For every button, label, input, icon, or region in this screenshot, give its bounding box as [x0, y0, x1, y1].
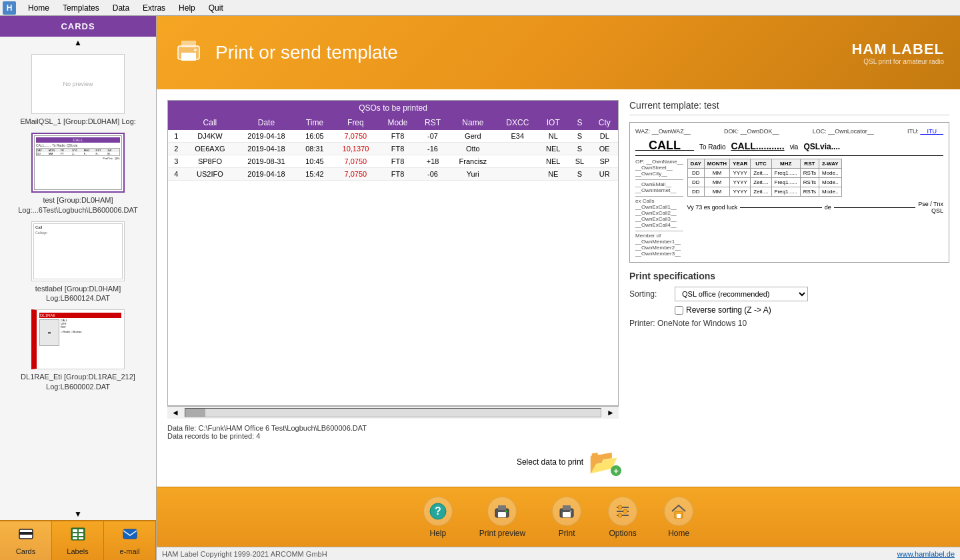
labels-tab-icon	[70, 526, 86, 546]
print-preview-icon	[487, 497, 517, 526]
brand-subtitle: QSL print for amateur radio	[851, 58, 944, 65]
sidebar-title: CARDS	[0, 16, 156, 37]
print-specs: Print specifications Sorting: QSL office…	[629, 271, 949, 328]
svg-rect-7	[73, 537, 77, 539]
tab-labels-label: Labels	[67, 547, 88, 555]
svg-rect-11	[181, 41, 196, 47]
log-row-1: DD MM YYYY Zeit.... Freq1...... RSTs Mod…	[687, 169, 841, 178]
sorting-select[interactable]: QSL office (recommended) Alphabetical By…	[675, 287, 808, 301]
qso-table-wrapper: QSOs to be printed Call Date Time Freq M…	[167, 100, 619, 406]
svg-rect-18	[498, 512, 506, 517]
cards-tab-icon	[18, 526, 34, 546]
footer-link[interactable]: www.hamlabel.de	[897, 550, 955, 558]
svg-point-29	[618, 513, 622, 517]
table-row[interactable]: 1DJ4KW2019-04-1816:05 7,0750FT8-07 GerdE…	[168, 130, 618, 143]
svg-text:?: ?	[435, 505, 441, 517]
reverse-sort-label: Reverse sorting (Z -> A)	[686, 305, 771, 315]
records-label: Data records to be printed: 4	[167, 432, 619, 440]
col-num	[168, 115, 184, 130]
col-mhz: MHZ	[771, 159, 800, 169]
scroll-right-btn[interactable]: ►	[604, 408, 617, 417]
folder-btn-container[interactable]: 📂 +	[589, 448, 619, 476]
qsl-vy73: Vy 73 es good luck	[687, 204, 738, 211]
folder-plus-icon: +	[611, 465, 621, 476]
reverse-sort-checkbox[interactable]	[675, 306, 683, 315]
qso-table: QSOs to be printed Call Date Time Freq M…	[168, 101, 618, 181]
table-row[interactable]: 2OE6AXG2019-04-1808:31 10,1370FT8-16 Ott…	[168, 143, 618, 155]
col-iot: IOT	[538, 115, 568, 130]
qsl-underline-1	[740, 207, 821, 208]
sidebar-scroll-down[interactable]: ▼	[0, 508, 156, 520]
menu-quit[interactable]: Quit	[202, 2, 230, 14]
sidebar-item-label-emailqsl: EMailQSL_1 [Group:DL0HAM] Log:	[5, 117, 151, 126]
sidebar-item-dl1rae[interactable]: DL1RAE 🗺 CALLQTHRST □ Radio □ Bureau DL1…	[5, 309, 151, 391]
sidebar-item-emailqsl[interactable]: No preview EMailQSL_1 [Group:DL0HAM] Log…	[5, 54, 151, 126]
reverse-sort-row: Reverse sorting (Z -> A)	[675, 305, 949, 315]
qsl-log-table: DAY MONTH YEAR UTC MHZ RST 2-WAY	[687, 159, 842, 197]
header-title: Print or send template	[215, 42, 398, 63]
scroll-thumb[interactable]	[185, 409, 205, 417]
col-dxcc: DXCC	[497, 115, 538, 130]
qsl-footer: Vy 73 es good luck de Pse / Tnx QSL	[687, 201, 943, 214]
sidebar-scroll-up[interactable]: ▲	[0, 37, 156, 49]
qsl-call: __CALL__	[635, 139, 694, 153]
sidebar-bottom-tabs: Cards Labels	[0, 520, 156, 560]
qsl-to-call: CALL...........	[731, 141, 785, 151]
help-label: Help	[429, 529, 446, 538]
table-row[interactable]: 3SP8FO2019-08-3110:45 7,0750FT8+18 Franc…	[168, 155, 618, 168]
menubar: H Home Templates Data Extras Help Quit	[0, 0, 960, 16]
qsl-via: via	[790, 143, 799, 151]
home-label: Home	[668, 529, 689, 538]
svg-rect-9	[123, 529, 137, 539]
home-icon	[664, 497, 693, 526]
svg-rect-6	[79, 533, 83, 536]
brand: HAM LABEL QSL print for amateur radio	[851, 41, 944, 65]
scroll-left-btn[interactable]: ◄	[169, 408, 182, 417]
tab-cards[interactable]: Cards	[0, 521, 52, 560]
select-data-label: Select data to print	[517, 457, 583, 467]
qsl-underline-2	[834, 207, 915, 208]
menu-home[interactable]: Home	[21, 2, 56, 14]
help-button[interactable]: ? Help	[423, 497, 453, 538]
scroll-track[interactable]	[185, 408, 601, 417]
print-button[interactable]: Print	[552, 497, 581, 538]
sidebar: CARDS ▲ No preview EMailQSL_1 [Group:DL0…	[0, 16, 157, 560]
home-button[interactable]: Home	[664, 497, 693, 538]
print-preview-button[interactable]: Print preview	[479, 497, 525, 538]
qso-scrollbar[interactable]: ◄ ►	[167, 406, 619, 419]
options-icon	[608, 497, 637, 526]
svg-point-13	[194, 49, 197, 51]
menu-help[interactable]: Help	[172, 2, 202, 14]
sidebar-item-preview-test: CALL CALL....... To Radio QSLvia DAYMONY…	[31, 133, 125, 193]
tab-cards-label: Cards	[16, 547, 35, 555]
sidebar-item-test[interactable]: CALL CALL....... To Radio QSLvia DAYMONY…	[5, 133, 151, 215]
menu-extras[interactable]: Extras	[136, 2, 172, 14]
log-row-2: DD MM YYYY Zeit.... Freq1...... RSTs Mod…	[687, 178, 841, 187]
col-day: DAY	[687, 159, 704, 169]
qsl-via-call: QSLvia....	[803, 142, 840, 151]
top-header: Print or send template HAM LABEL QSL pri…	[157, 16, 960, 89]
header-printer-icon	[173, 34, 205, 72]
tab-labels[interactable]: Labels	[52, 521, 104, 560]
data-file-label: Data file: C:\Funk\HAM Office 6 Test\Log…	[167, 424, 619, 432]
tab-email-label: e-mail	[120, 547, 140, 555]
loc-label: LOC: __OwnLocator__	[813, 128, 874, 135]
menu-templates[interactable]: Templates	[56, 2, 106, 14]
sidebar-item-testlabel[interactable]: Call Callsign testlabel [Group:DL0HAM]Lo…	[5, 221, 151, 303]
select-data-row: Select data to print 📂 +	[167, 448, 619, 476]
tab-email[interactable]: e-mail	[104, 521, 156, 560]
help-icon: ?	[423, 497, 453, 526]
table-row[interactable]: 4US2IFO2019-04-1815:42 7,0750FT8-06 Yuri…	[168, 168, 618, 181]
menu-data[interactable]: Data	[106, 2, 136, 14]
svg-rect-8	[79, 537, 83, 539]
col-cty: Cty	[591, 115, 618, 130]
qsl-call-row: __CALL__ To Radio CALL........... via QS…	[635, 139, 943, 153]
svg-rect-22	[563, 512, 571, 517]
col-freq: Freq	[333, 115, 379, 130]
print-specs-title: Print specifications	[629, 271, 949, 281]
svg-point-19	[505, 510, 507, 512]
itu-label: ITU: __ITU__	[907, 128, 943, 135]
main-content: Print or send template HAM LABEL QSL pri…	[157, 16, 960, 560]
options-button[interactable]: Options	[608, 497, 637, 538]
qsl-de: de	[825, 204, 831, 211]
